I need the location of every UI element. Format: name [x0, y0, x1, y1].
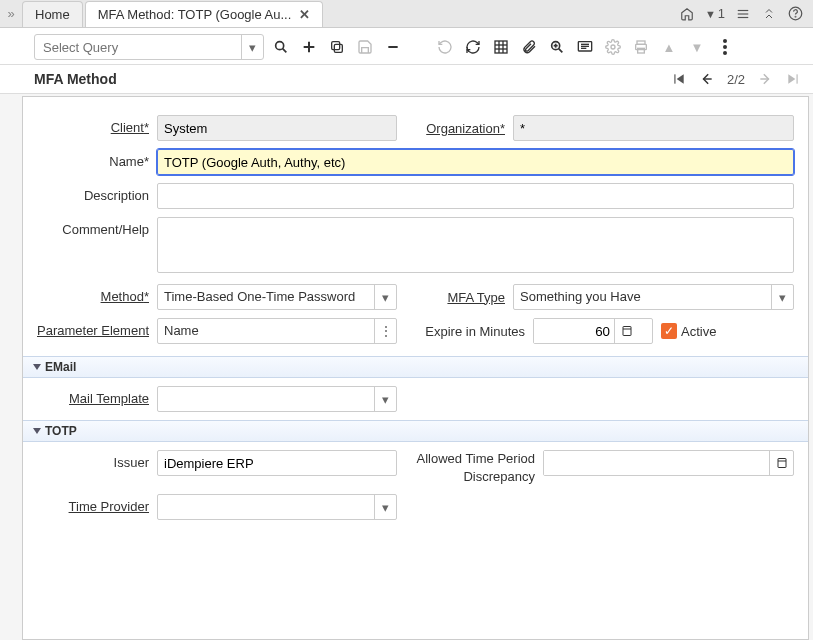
chevron-down-icon[interactable]: ▾: [374, 285, 396, 309]
time-provider-select[interactable]: ▾: [157, 494, 397, 520]
delete-icon[interactable]: [384, 38, 402, 56]
svg-marker-37: [788, 74, 795, 83]
chevron-down-icon[interactable]: ▾: [374, 387, 396, 411]
breadcrumb-header: MFA Method 2/2: [0, 65, 813, 94]
topbar-actions: ▼ 1: [679, 6, 813, 22]
grid-icon[interactable]: [492, 38, 510, 56]
top-tab-bar: » Home MFA Method: TOTP (Google Au... ✕ …: [0, 0, 813, 28]
description-field[interactable]: [157, 183, 794, 209]
section-email[interactable]: EMail: [23, 356, 808, 378]
mfatype-label: MFA Type: [405, 290, 505, 305]
copy-icon[interactable]: [328, 38, 346, 56]
notifications-dropdown[interactable]: ▼ 1: [705, 6, 725, 22]
active-label: Active: [681, 324, 716, 339]
tab-home-label: Home: [35, 7, 70, 22]
report-icon[interactable]: [576, 38, 594, 56]
chevron-down-icon: [33, 428, 41, 434]
chevron-down-icon[interactable]: ▾: [771, 285, 793, 309]
svg-point-5: [276, 42, 284, 50]
svg-marker-33: [677, 74, 684, 83]
name-label: Name: [37, 149, 149, 169]
issuer-field[interactable]: [157, 450, 397, 476]
tab-home[interactable]: Home: [22, 1, 83, 27]
description-label: Description: [37, 183, 149, 203]
tab-strip: Home MFA Method: TOTP (Google Au... ✕: [22, 0, 325, 27]
chevron-down-icon[interactable]: ▾: [241, 35, 263, 59]
svg-point-25: [611, 45, 615, 49]
parameter-value: Name: [158, 319, 374, 343]
allowed-time-period-field[interactable]: [543, 450, 794, 476]
prev-record-icon[interactable]: [699, 71, 715, 87]
svg-rect-38: [623, 327, 631, 336]
mail-template-select[interactable]: ▾: [157, 386, 397, 412]
svg-rect-10: [332, 42, 340, 50]
home-icon[interactable]: [679, 6, 695, 22]
svg-point-30: [723, 45, 727, 49]
mail-template-label: Mail Template: [37, 386, 149, 406]
zoom-icon[interactable]: [548, 38, 566, 56]
calculator-icon[interactable]: [614, 319, 638, 343]
mfatype-value: Something you Have: [514, 285, 771, 309]
chevron-down-icon: [33, 364, 41, 370]
last-record-icon[interactable]: [785, 71, 801, 87]
more-icon[interactable]: [716, 38, 734, 56]
refresh-icon[interactable]: [464, 38, 482, 56]
atp-input[interactable]: [544, 451, 769, 475]
svg-point-31: [723, 51, 727, 55]
next-record-icon[interactable]: [757, 71, 773, 87]
tab-current[interactable]: MFA Method: TOTP (Google Au... ✕: [85, 1, 324, 27]
attachment-icon[interactable]: [520, 38, 538, 56]
record-nav: 2/2: [671, 71, 801, 87]
parameter-select[interactable]: Name ⋮: [157, 318, 397, 344]
svg-point-4: [795, 16, 796, 17]
collapse-icon[interactable]: [761, 6, 777, 22]
page-title: MFA Method: [34, 71, 117, 87]
comment-label: Comment/Help: [37, 217, 149, 237]
check-icon: ✓: [661, 323, 677, 339]
first-record-icon[interactable]: [671, 71, 687, 87]
time-provider-label: Time Provider: [37, 494, 149, 514]
toolbar: ▾ ▲ ▼: [0, 28, 813, 65]
svg-line-6: [283, 49, 287, 53]
parent-icon: ▲: [660, 38, 678, 56]
notifications-count: 1: [718, 6, 725, 21]
name-field[interactable]: [157, 149, 794, 175]
mfatype-select[interactable]: Something you Have ▾: [513, 284, 794, 310]
tab-current-label: MFA Method: TOTP (Google Au...: [98, 7, 292, 22]
undo-icon: [436, 38, 454, 56]
calculator-icon[interactable]: [769, 451, 793, 475]
query-select[interactable]: ▾: [34, 34, 264, 60]
parameter-label: Parameter Element: [37, 318, 149, 339]
new-icon[interactable]: [300, 38, 318, 56]
svg-rect-32: [674, 74, 675, 83]
svg-rect-12: [495, 41, 507, 53]
menu-icon[interactable]: [735, 6, 751, 22]
print-icon: [632, 38, 650, 56]
method-label: Method: [37, 284, 149, 304]
chevron-down-icon[interactable]: ▾: [374, 495, 396, 519]
organization-field: [513, 115, 794, 141]
svg-line-18: [559, 49, 563, 53]
expire-input[interactable]: [534, 319, 614, 343]
method-select[interactable]: Time-Based One-Time Password ▾: [157, 284, 397, 310]
svg-point-29: [723, 39, 727, 43]
form-panel: Client Organization Name Description Com…: [22, 96, 809, 640]
expand-sidebar-icon[interactable]: »: [0, 6, 22, 21]
issuer-label: Issuer: [37, 450, 149, 470]
section-totp[interactable]: TOTP: [23, 420, 808, 442]
active-checkbox[interactable]: ✓ Active: [661, 323, 716, 339]
allowed-time-period-label: Allowed Time Period Discrepancy: [405, 450, 535, 486]
svg-rect-36: [797, 74, 798, 83]
comment-field[interactable]: [157, 217, 794, 273]
toolbar-icons: ▲ ▼: [272, 38, 734, 56]
method-value: Time-Based One-Time Password: [158, 285, 374, 309]
search-icon[interactable]: [272, 38, 290, 56]
client-field: [157, 115, 397, 141]
more-vert-icon[interactable]: ⋮: [374, 319, 396, 343]
client-label: Client: [37, 115, 149, 135]
query-input[interactable]: [35, 40, 241, 55]
close-icon[interactable]: ✕: [299, 7, 310, 22]
help-icon[interactable]: [787, 6, 803, 22]
expire-field[interactable]: [533, 318, 653, 344]
svg-rect-42: [778, 459, 786, 468]
